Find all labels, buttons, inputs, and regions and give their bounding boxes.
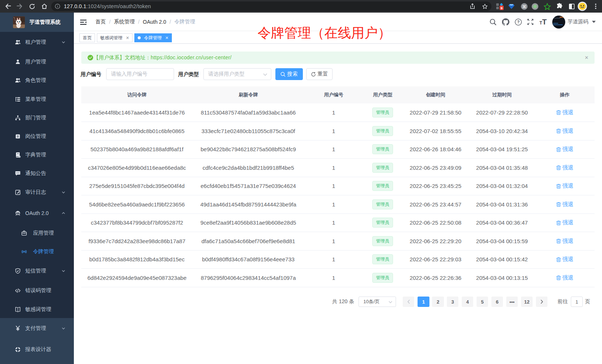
svg-text:⌘: ⌘ [522,4,526,9]
svg-text:?: ? [517,20,520,24]
svg-text:9: 9 [501,6,503,10]
